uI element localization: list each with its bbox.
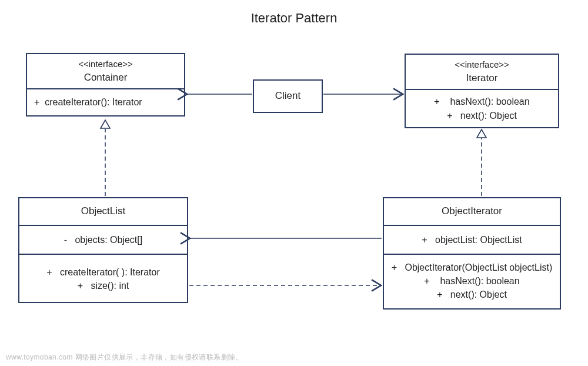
class-client: Client [253,79,323,113]
class-name-label: Container [33,71,178,85]
class-iterator-operations: + hasNext(): boolean + next(): Object [406,90,558,127]
class-objectiterator-operations: + ObjectIterator(ObjectList objectList) … [384,255,560,309]
stereotype-label: <<interface>> [412,58,552,71]
operation-label: + hasNext(): boolean [412,95,552,108]
operation-label: + hasNext(): boolean [391,274,553,288]
operation-label: + next(): Object [412,109,552,122]
class-container-name: <<interface>> Container [27,54,184,89]
class-iterator-name: <<interface>> Iterator [406,55,558,90]
class-name-label: ObjectList [25,204,181,219]
class-name-label: ObjectIterator [390,204,554,219]
stereotype-label: <<interface>> [33,58,178,71]
attribute-label: - objects: Object[] [26,233,180,247]
operation-label: + ObjectIterator(ObjectList objectList) [391,261,553,274]
watermark-text: www.toymoban.com 网络图片仅供展示，非存储，如有侵权请联系删除。 [6,352,243,362]
class-client-name: Client [254,81,322,112]
operation-label: + createIterator( ): Iterator [26,265,180,279]
class-container-operations: + createIterator(): Iterator [27,89,184,115]
attribute-label: + objectList: ObjectList [391,233,553,247]
class-iterator: <<interface>> Iterator + hasNext(): bool… [405,54,559,128]
operation-label: + size(): int [26,279,180,292]
diagram-title: Iterator Pattern [0,11,588,26]
operation-label: + next(): Object [391,288,553,301]
class-objectlist-name: ObjectList [19,198,187,226]
class-container: <<interface>> Container + createIterator… [26,53,185,117]
class-objectlist: ObjectList - objects: Object[] + createI… [18,197,188,303]
class-objectiterator-name: ObjectIterator [384,198,560,226]
class-name-label: Iterator [412,71,552,86]
class-objectiterator-attributes: + objectList: ObjectList [384,226,560,255]
class-objectlist-operations: + createIterator( ): Iterator + size(): … [19,255,187,302]
class-objectlist-attributes: - objects: Object[] [19,226,187,255]
class-name-label: Client [259,89,317,104]
operation-label: + createIterator(): Iterator [34,95,177,109]
class-objectiterator: ObjectIterator + objectList: ObjectList … [383,197,561,310]
